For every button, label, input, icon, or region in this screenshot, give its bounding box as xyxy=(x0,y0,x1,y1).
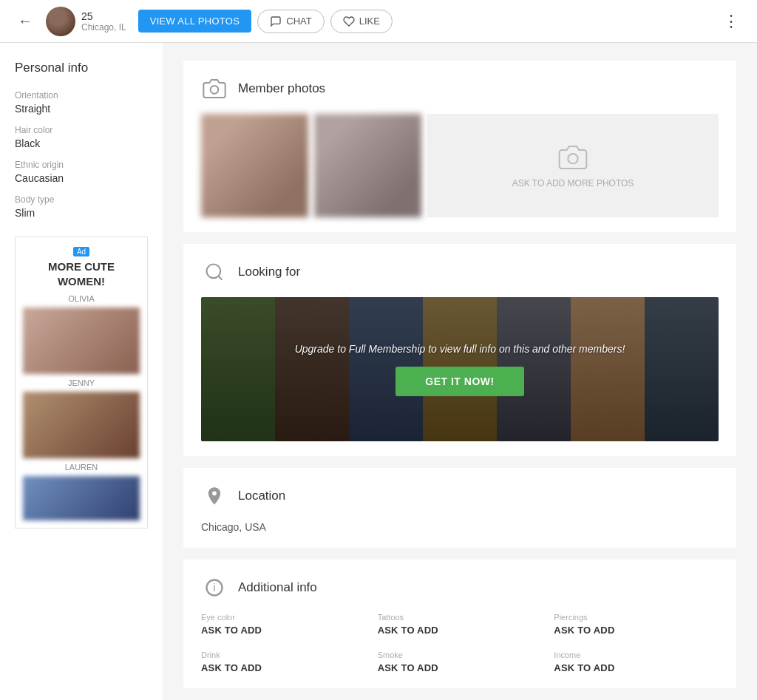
chat-button[interactable]: CHAT xyxy=(257,10,324,33)
eye-color-value[interactable]: ASK TO ADD xyxy=(201,625,366,636)
field-piercings: Piercings ASK TO ADD xyxy=(554,613,719,636)
additional-info-section: i Additional info Eye color ASK TO ADD T… xyxy=(183,560,736,688)
field-hair-color: Hair color Black xyxy=(15,125,148,149)
content: Member photos ASK TO ADD MORE PHOTOS xyxy=(163,43,757,700)
photos-section: Member photos ASK TO ADD MORE PHOTOS xyxy=(183,61,736,232)
smoke-value[interactable]: ASK TO ADD xyxy=(378,662,543,673)
ad-person-3-name: LAUREN xyxy=(23,463,140,472)
photo-thumb-1[interactable] xyxy=(201,114,308,217)
body-type-value: Slim xyxy=(15,207,148,219)
ad-badge: Ad xyxy=(23,245,140,259)
ad-photo-3[interactable] xyxy=(23,476,140,520)
field-smoke: Smoke ASK TO ADD xyxy=(378,650,543,673)
location-header: Location xyxy=(201,483,719,509)
svg-text:i: i xyxy=(213,581,215,594)
photos-section-title: Member photos xyxy=(238,81,325,96)
svg-line-3 xyxy=(218,276,222,279)
get-it-now-button[interactable]: GET IT NOW! xyxy=(396,367,523,396)
additional-info-title: Additional info xyxy=(238,580,317,595)
svg-point-0 xyxy=(211,86,219,94)
orientation-label: Orientation xyxy=(15,90,148,101)
photo-thumb-2[interactable] xyxy=(314,114,421,217)
income-label: Income xyxy=(554,650,719,659)
like-label: LIKE xyxy=(359,16,380,27)
svg-point-1 xyxy=(568,154,577,163)
hair-color-value: Black xyxy=(15,137,148,149)
upgrade-text: Upgrade to Full Membership to view full … xyxy=(295,343,625,355)
additional-info-header: i Additional info xyxy=(201,574,719,601)
view-all-photos-button[interactable]: VIEW ALL PHOTOS xyxy=(138,10,252,33)
location-section: Location Chicago, USA xyxy=(183,468,736,548)
piercings-value[interactable]: ASK TO ADD xyxy=(554,625,719,636)
avatar xyxy=(46,7,75,36)
more-menu-button[interactable]: ⋮ xyxy=(717,9,745,34)
tattoos-label: Tattoos xyxy=(378,613,543,622)
camera-icon xyxy=(201,75,228,102)
ethnic-origin-value: Caucasian xyxy=(15,172,148,184)
drink-label: Drink xyxy=(201,650,366,659)
ask-add-more-photos-button[interactable]: ASK TO ADD MORE PHOTOS xyxy=(427,114,719,217)
main-layout: Personal info Orientation Straight Hair … xyxy=(0,43,757,700)
drink-value[interactable]: ASK TO ADD xyxy=(201,662,366,673)
field-eye-color: Eye color ASK TO ADD xyxy=(201,613,366,636)
upgrade-content: Upgrade to Full Membership to view full … xyxy=(280,343,640,396)
search-icon xyxy=(201,259,228,285)
photos-grid: ASK TO ADD MORE PHOTOS xyxy=(201,114,719,217)
field-drink: Drink ASK TO ADD xyxy=(201,650,366,673)
income-value[interactable]: ASK TO ADD xyxy=(554,662,719,673)
looking-for-section: Looking for Upgrade to Full Membership t… xyxy=(183,244,736,456)
additional-info-grid: Eye color ASK TO ADD Tattoos ASK TO ADD … xyxy=(201,613,719,673)
back-button[interactable]: ← xyxy=(12,10,38,33)
body-type-label: Body type xyxy=(15,194,148,205)
looking-for-title: Looking for xyxy=(238,265,300,279)
location-title: Location xyxy=(238,489,285,503)
field-tattoos: Tattoos ASK TO ADD xyxy=(378,613,543,636)
field-income: Income ASK TO ADD xyxy=(554,650,719,673)
field-body-type: Body type Slim xyxy=(15,194,148,219)
smoke-label: Smoke xyxy=(378,650,543,659)
field-orientation: Orientation Straight xyxy=(15,90,148,115)
ad-person-1-name: OLIVIA xyxy=(23,294,140,303)
chat-icon xyxy=(270,16,282,27)
user-location: Chicago, IL xyxy=(81,22,126,33)
location-icon xyxy=(201,483,228,509)
hair-color-label: Hair color xyxy=(15,125,148,135)
location-value: Chicago, USA xyxy=(201,521,719,533)
sidebar-title: Personal info xyxy=(15,61,148,75)
ask-add-more-label: ASK TO ADD MORE PHOTOS xyxy=(512,178,634,188)
sidebar: Personal info Orientation Straight Hair … xyxy=(0,43,163,700)
looking-for-header: Looking for xyxy=(201,259,719,285)
ad-title: MORE CUTE WOMEN! xyxy=(23,259,140,288)
user-info: 25 Chicago, IL xyxy=(81,10,126,33)
ad-block: Ad MORE CUTE WOMEN! OLIVIA JENNY LAUREN xyxy=(15,237,148,529)
orientation-value: Straight xyxy=(15,103,148,115)
ad-photo-1[interactable] xyxy=(23,307,140,374)
upgrade-banner: Upgrade to Full Membership to view full … xyxy=(201,297,719,441)
ethnic-origin-label: Ethnic origin xyxy=(15,160,148,170)
piercings-label: Piercings xyxy=(554,613,719,622)
tattoos-value[interactable]: ASK TO ADD xyxy=(378,625,543,636)
chat-label: CHAT xyxy=(286,16,311,27)
info-icon: i xyxy=(201,574,228,601)
ad-person-2-name: JENNY xyxy=(23,378,140,387)
header: ← 25 Chicago, IL VIEW ALL PHOTOS CHAT LI… xyxy=(0,0,757,43)
heart-icon xyxy=(343,16,355,27)
field-ethnic-origin: Ethnic origin Caucasian xyxy=(15,160,148,184)
eye-color-label: Eye color xyxy=(201,613,366,622)
user-name: 25 xyxy=(81,10,126,22)
like-button[interactable]: LIKE xyxy=(330,10,393,33)
svg-point-2 xyxy=(207,265,221,279)
ad-photo-2[interactable] xyxy=(23,392,140,458)
photos-section-header: Member photos xyxy=(201,75,719,102)
